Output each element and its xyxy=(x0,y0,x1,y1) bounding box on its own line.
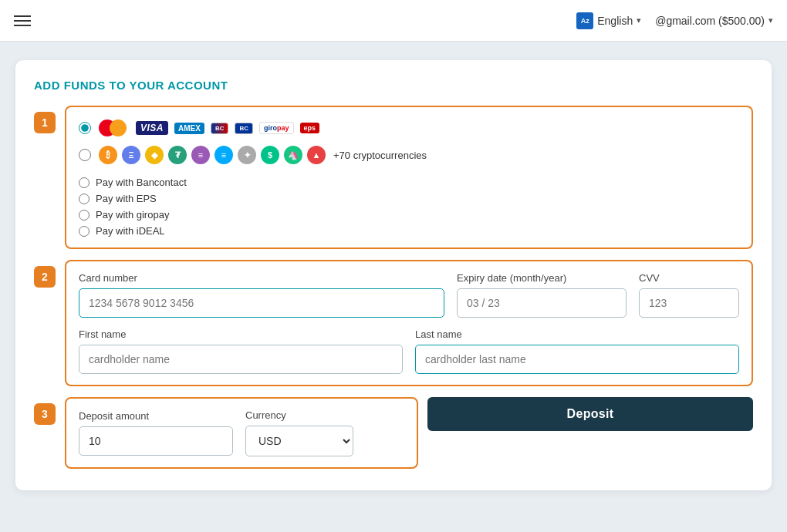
visa-logo: VISA xyxy=(136,121,168,135)
crypto-more-label: +70 cryptocurrencies xyxy=(333,150,427,161)
eps-radio[interactable] xyxy=(79,194,90,204)
tether-icon: ₮ xyxy=(168,146,187,164)
deposit-button-wrap: Deposit xyxy=(427,397,753,431)
crypto-payment-option[interactable]: ₿ Ξ ◆ ₮ ≡ ≡ ✦ $ 🦄 ▲ +70 cryptocurrencie xyxy=(79,146,739,164)
step-2-content: Card number Expiry date (month/year) CVV xyxy=(65,260,753,386)
crypto-logos: ₿ Ξ ◆ ₮ ≡ ≡ ✦ $ 🦄 ▲ +70 cryptocurrencie xyxy=(99,146,427,164)
deposit-amount-label: Deposit amount xyxy=(79,410,233,422)
name-row: First name Last name xyxy=(79,328,739,374)
amex-logo: AMEX xyxy=(174,123,204,134)
first-name-input[interactable] xyxy=(79,345,403,374)
bancontact-logo: BC xyxy=(211,123,229,134)
card-form: Card number Expiry date (month/year) CVV xyxy=(79,272,739,374)
language-chevron-icon: ▾ xyxy=(637,15,641,25)
header: Az English ▾ @gmail.com ($500.00) ▾ xyxy=(0,0,787,42)
step-3-bottom-row: 3 Deposit amount Currency USD EUR GBP xyxy=(34,397,753,469)
giropay-logo: giropay xyxy=(259,122,294,134)
crypto-payment-radio[interactable] xyxy=(79,149,91,161)
bitcoin-icon: ₿ xyxy=(99,146,117,164)
steps-container: 1 xyxy=(34,106,753,469)
eps-label: Pay with EPS xyxy=(96,193,157,204)
main-content: ADD FUNDS TO YOUR ACCOUNT 1 xyxy=(0,42,787,509)
currency-select[interactable]: USD EUR GBP xyxy=(245,426,353,456)
bancontact-radio[interactable] xyxy=(79,177,90,188)
step-1-badge: 1 xyxy=(34,112,56,133)
language-selector[interactable]: Az English ▾ xyxy=(576,12,641,29)
giropay-radio[interactable] xyxy=(79,210,90,221)
bancontact2-logo: BC xyxy=(235,123,253,134)
deposit-amount-group: Deposit amount xyxy=(79,410,233,456)
first-name-group: First name xyxy=(79,328,403,374)
cvv-label: CVV xyxy=(639,272,739,284)
uniswap-icon: 🦄 xyxy=(284,146,302,164)
account-label: @gmail.com ($500.00) xyxy=(655,15,765,27)
step-1-content: VISA AMEX BC BC giropay eps xyxy=(65,106,753,249)
step-2-badge: 2 xyxy=(34,266,56,288)
card-number-label: Card number xyxy=(79,272,444,284)
mastercard-logo xyxy=(99,118,130,138)
page-title: ADD FUNDS TO YOUR ACCOUNT xyxy=(34,79,753,92)
funds-card: ADD FUNDS TO YOUR ACCOUNT 1 xyxy=(15,60,772,490)
card-payment-option[interactable]: VISA AMEX BC BC giropay eps xyxy=(79,118,739,138)
hamburger-menu-icon[interactable] xyxy=(14,15,31,26)
ideal-label: Pay with iDEAL xyxy=(96,225,165,237)
card-logos: VISA AMEX BC BC giropay eps xyxy=(99,118,319,138)
last-name-group: Last name xyxy=(415,328,739,374)
payment-methods: VISA AMEX BC BC giropay eps xyxy=(79,118,739,237)
expiry-input[interactable] xyxy=(457,288,627,318)
last-name-input[interactable] xyxy=(415,345,739,374)
currency-label: Currency xyxy=(245,409,353,421)
ideal-option[interactable]: Pay with iDEAL xyxy=(79,225,739,237)
xrp-icon: ≡ xyxy=(214,146,233,164)
deposit-amount-input[interactable] xyxy=(79,426,233,456)
eps-logo: eps xyxy=(300,123,320,133)
ideal-radio[interactable] xyxy=(79,226,90,237)
usdc-icon: $ xyxy=(261,146,279,164)
ethereum-icon: Ξ xyxy=(122,146,140,164)
dash-icon: ≡ xyxy=(191,146,210,164)
header-right: Az English ▾ @gmail.com ($500.00) ▾ xyxy=(576,12,773,29)
account-chevron-icon: ▾ xyxy=(768,15,773,25)
deposit-button[interactable]: Deposit xyxy=(427,397,753,431)
bancontact-label: Pay with Bancontact xyxy=(96,177,187,188)
account-selector[interactable]: @gmail.com ($500.00) ▾ xyxy=(655,15,773,27)
language-label: English xyxy=(597,15,633,27)
step-3-badge: 3 xyxy=(34,403,56,425)
card-number-group: Card number xyxy=(79,272,444,318)
last-name-label: Last name xyxy=(415,328,739,340)
cvv-group: CVV xyxy=(639,272,739,318)
eps-option[interactable]: Pay with EPS xyxy=(79,193,739,204)
currency-group: Currency USD EUR GBP xyxy=(245,409,353,456)
cvv-input[interactable] xyxy=(639,288,739,318)
other-methods: Pay with Bancontact Pay with EPS Pay wit… xyxy=(79,172,739,237)
expiry-label: Expiry date (month/year) xyxy=(457,272,627,284)
card-number-row: Card number Expiry date (month/year) CVV xyxy=(79,272,739,318)
giropay-option[interactable]: Pay with giropay xyxy=(79,209,739,221)
lang-icon: Az xyxy=(576,12,593,29)
card-number-input[interactable] xyxy=(79,288,444,318)
bnb-icon: ◆ xyxy=(145,146,164,164)
expiry-group: Expiry date (month/year) xyxy=(457,272,627,318)
first-name-label: First name xyxy=(79,328,403,340)
step-2-row: 2 Card number Expiry date (month/year) xyxy=(34,260,753,386)
stellar-icon: ✦ xyxy=(238,146,256,164)
step-1-row: 1 xyxy=(34,106,753,249)
giropay-label: Pay with giropay xyxy=(96,209,169,221)
avax-icon: ▲ xyxy=(307,146,326,164)
card-payment-radio[interactable] xyxy=(79,122,91,134)
header-left xyxy=(14,15,31,26)
step-3-content: Deposit amount Currency USD EUR GBP xyxy=(65,397,418,469)
bancontact-option[interactable]: Pay with Bancontact xyxy=(79,177,739,188)
